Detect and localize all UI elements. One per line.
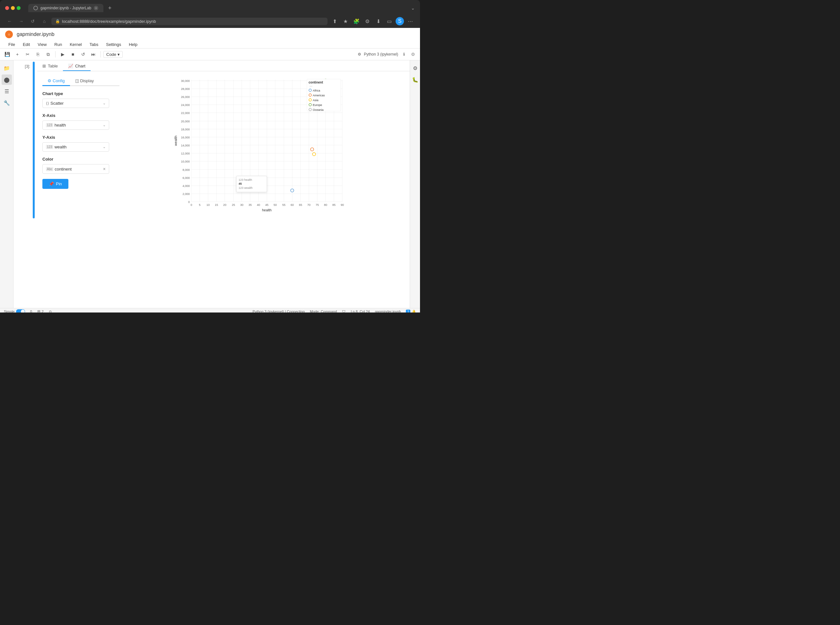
cut-button[interactable]: ✂ <box>23 50 32 59</box>
color-label: Color <box>42 157 109 162</box>
toolbar-separator-2 <box>101 51 101 58</box>
menu-kernel[interactable]: Kernel <box>67 41 85 48</box>
restart-run-button[interactable]: ⏭ <box>89 50 98 59</box>
share-icon[interactable]: ⬆ <box>330 17 339 26</box>
toolbar-separator <box>55 51 56 58</box>
sidebar-item-extensions[interactable]: 🔧 <box>2 98 12 108</box>
y-axis-select[interactable]: 123 wealth ⌄ <box>42 142 109 152</box>
svg-text:wealth: wealth <box>174 135 178 146</box>
tab-chart-label: Chart <box>75 64 85 68</box>
kernel-info-button[interactable]: ℹ <box>401 51 407 58</box>
svg-text:123 health: 123 health <box>239 178 252 182</box>
pin-button[interactable]: 📌 Pin <box>42 179 68 189</box>
paste-button[interactable]: ⧉ <box>43 50 53 59</box>
data-point-americas-2[interactable] <box>311 148 314 151</box>
maximize-button[interactable] <box>17 6 20 10</box>
x-axis-label: X-Axis <box>42 113 109 118</box>
cell-container: [3]: ⊞ Table 📈 Chart <box>14 61 410 220</box>
extensions-icon[interactable]: ⚙ <box>363 17 372 26</box>
toggle-thumb <box>21 309 25 312</box>
svg-text:45: 45 <box>265 203 269 207</box>
color-clear-button[interactable]: × <box>103 166 106 171</box>
svg-text:Europe: Europe <box>313 103 322 107</box>
kernel-name: Python 3 (ipykernel) <box>364 52 398 56</box>
svg-text:Oceania: Oceania <box>313 108 324 112</box>
new-tab-button[interactable]: + <box>106 4 114 12</box>
save-button[interactable]: 💾 <box>3 50 12 59</box>
address-bar[interactable]: 🔒 localhost:8888/doc/tree/examples/gapmi… <box>51 18 328 25</box>
chart-type-section: Chart type ⟨⟩ Scatter ⌄ <box>42 91 109 108</box>
copy-button[interactable]: ⎘ <box>33 50 42 59</box>
sidebar-item-running[interactable]: ⬤ <box>2 75 12 85</box>
shield-icon: 🛡 <box>342 309 346 312</box>
svg-text:⋯: ⋯ <box>309 85 312 88</box>
active-tab[interactable]: gapminder.ipynb - JupyterLab × <box>28 4 103 12</box>
back-button[interactable]: ← <box>5 17 14 26</box>
x-axis-section: X-Axis 123 health ⌄ <box>42 113 109 130</box>
kernel-status: Python 3 (ipykernel) | Connecting <box>253 309 305 312</box>
svg-text:Asia: Asia <box>313 99 318 102</box>
download-icon[interactable]: ⬇ <box>374 17 383 26</box>
menu-file[interactable]: File <box>5 41 18 48</box>
color-section: Color Abc continent × <box>42 157 109 174</box>
extension-icon[interactable]: 🧩 <box>352 17 361 26</box>
forward-button[interactable]: → <box>17 17 26 26</box>
y-axis-section: Y-Axis 123 wealth ⌄ <box>42 135 109 152</box>
mode-text: Mode: Command <box>310 309 337 312</box>
tab-table[interactable]: ⊞ Table <box>37 62 63 71</box>
chart-container: 0 2,000 4,000 6,000 8,000 10,0 <box>114 74 410 218</box>
svg-text:Africa: Africa <box>313 89 320 92</box>
svg-text:55: 55 <box>282 203 286 207</box>
sidebar-item-toc[interactable]: ☰ <box>2 86 12 96</box>
stop-button[interactable]: ■ <box>68 50 78 59</box>
home-button[interactable]: ⌂ <box>40 17 49 26</box>
profile-button[interactable]: S <box>396 17 404 25</box>
right-sidebar-debug[interactable]: 🐛 <box>410 75 420 85</box>
color-field-icon: Abc <box>46 167 53 171</box>
menu-help[interactable]: Help <box>126 41 141 48</box>
svg-text:45: 45 <box>239 182 242 185</box>
tab-close-button[interactable]: × <box>94 6 98 10</box>
sidebar-item-files[interactable]: 📁 <box>2 63 12 73</box>
menu-view[interactable]: View <box>34 41 50 48</box>
bookmark-icon[interactable]: ★ <box>341 17 350 26</box>
data-point-asia-1[interactable] <box>312 152 316 156</box>
pin-icon: 📌 <box>49 182 54 186</box>
close-button[interactable] <box>5 6 9 10</box>
settings-gear-icon[interactable]: ⚙ <box>408 50 418 59</box>
tab-chart[interactable]: 📈 Chart <box>63 62 90 71</box>
right-sidebar-settings[interactable]: ⚙ <box>410 63 420 73</box>
menu-run[interactable]: Run <box>51 41 65 48</box>
svg-text:22,000: 22,000 <box>181 112 190 115</box>
minimize-button[interactable] <box>11 6 15 10</box>
menu-edit[interactable]: Edit <box>20 41 33 48</box>
kernel-gear-icon: ⚙ <box>358 52 361 56</box>
sidebar-toggle-icon[interactable]: ▭ <box>385 17 394 26</box>
tab-favicon <box>33 6 38 10</box>
menu-icon[interactable]: ⋯ <box>406 17 415 26</box>
edit-mode: Mode: Command <box>310 309 337 312</box>
chart-type-value: Scatter <box>50 101 64 106</box>
add-cell-button[interactable]: + <box>13 50 22 59</box>
restart-button[interactable]: ↺ <box>79 50 88 59</box>
simple-mode-toggle[interactable]: Simple <box>4 309 25 312</box>
status-bar: Simple 0 ⊞ 2 ⊙ Python 3 (ipykernel) | Co… <box>0 308 420 312</box>
notification-count[interactable]: 1 🔔 <box>406 309 416 313</box>
x-axis-select[interactable]: 123 health ⌄ <box>42 120 109 130</box>
toggle-switch[interactable] <box>16 309 25 312</box>
kernel-status-text: Python 3 (ipykernel) | Connecting <box>253 309 305 312</box>
two-count: 2 <box>42 309 43 312</box>
traffic-lights <box>5 6 20 10</box>
color-select[interactable]: Abc continent × <box>42 164 109 174</box>
run-button[interactable]: ▶ <box>58 50 67 59</box>
tab-display[interactable]: ◫ Display <box>70 76 99 86</box>
svg-text:health: health <box>262 208 272 212</box>
jupyter-menubar: File Edit View Run Kernel Tabs Settings … <box>0 41 420 48</box>
tab-config[interactable]: ⚙ Config <box>42 76 70 86</box>
refresh-button[interactable]: ↺ <box>28 17 37 26</box>
cell-type-dropdown[interactable]: Code ▾ <box>103 51 123 58</box>
menu-tabs[interactable]: Tabs <box>86 41 101 48</box>
browser-titlebar: gapminder.ipynb - JupyterLab × + ⌄ <box>0 0 420 15</box>
menu-settings[interactable]: Settings <box>103 41 124 48</box>
chart-type-select[interactable]: ⟨⟩ Scatter ⌄ <box>42 99 109 108</box>
